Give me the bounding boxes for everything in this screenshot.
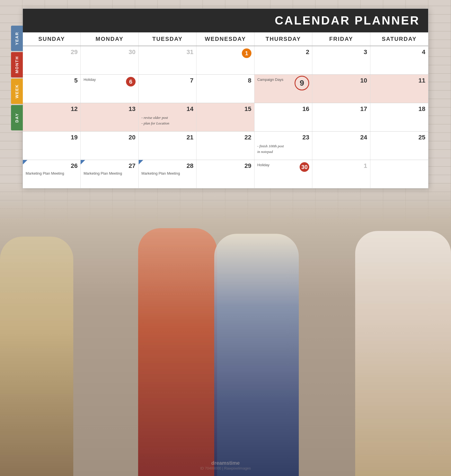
day-number: 16 (257, 105, 309, 113)
cell-30b: Holiday 30 (255, 160, 312, 188)
cell-29: 29 (23, 46, 81, 74)
cell-23: 23 - finish 100th postin notepad (255, 132, 312, 160)
cell-1: 1 (196, 46, 254, 74)
day-number: 28 (142, 162, 193, 170)
header-tuesday: TUESDAY (139, 32, 196, 46)
day-number: 11 (373, 77, 425, 84)
day-number: 21 (142, 134, 193, 141)
day-badge-orange: 1 (242, 48, 251, 58)
cell-6: Holiday 6 (81, 75, 138, 103)
header-friday: FRIDAY (312, 32, 370, 46)
cell-17: 17 (312, 103, 370, 131)
day-number: 14 (142, 105, 193, 113)
watermark-id: ID 70488000 | Rawpixelimages (200, 466, 251, 470)
cell-20: 20 (81, 132, 138, 160)
event-campaign: Campaign Days (257, 77, 284, 82)
cell-31: 31 (139, 46, 196, 74)
cell-15: 15 (196, 103, 254, 131)
cell-3: 3 (312, 46, 370, 74)
triangle-marker-26 (23, 160, 27, 164)
calendar-week-1: 29 30 31 1 2 3 4 (23, 46, 428, 75)
cell-27: 27 Marketing Plan Meeting (81, 160, 138, 188)
calendar-header: CALENDAR PLANNER (23, 9, 428, 32)
watermark: dreamstime ID 70488000 | Rawpixelimages (200, 460, 251, 470)
tab-week-label: Week (15, 84, 19, 98)
tab-week[interactable]: Week (11, 79, 23, 104)
cell-21: 21 (139, 132, 196, 160)
day-badge-red-30: 30 (300, 162, 309, 172)
person-3 (138, 228, 217, 476)
cell-10: 10 (312, 75, 370, 103)
cell-11: 11 (370, 75, 428, 103)
tab-day[interactable]: Day (11, 105, 23, 130)
day-number: 3 (315, 48, 367, 56)
header-monday: MONDAY (81, 32, 138, 46)
day-number: 1 (315, 162, 367, 170)
day-number: 18 (373, 105, 425, 113)
cell-8: 8 (196, 75, 254, 103)
day-number: 12 (26, 105, 78, 113)
cell-7: 7 (139, 75, 196, 103)
tab-year-label: Year (15, 32, 19, 45)
event-marketing-28: Marketing Plan Meeting (142, 171, 193, 175)
cell-29b: 29 (196, 160, 254, 188)
calendar-week-3: 12 13 14 - revise older post- plan for L… (23, 103, 428, 132)
day-number: 31 (142, 48, 193, 56)
day-number: 27 (83, 162, 135, 170)
tab-month-label: Month (15, 56, 19, 73)
cell-16: 16 (255, 103, 312, 131)
tab-year[interactable]: Year (11, 26, 23, 51)
cell-2: 2 (255, 46, 312, 74)
tab-month[interactable]: Month (11, 52, 23, 77)
cell-1b: 1 (312, 160, 370, 188)
cell-30: 30 (81, 46, 138, 74)
note-revise-older-post: - revise older post- plan for Location (142, 115, 193, 126)
cell-18: 18 (370, 103, 428, 131)
calendar-week-5: 26 Marketing Plan Meeting 27 Marketing P… (23, 160, 428, 188)
cell-5: 5 (23, 75, 81, 103)
cell-22: 22 (196, 132, 254, 160)
day-number: 24 (315, 134, 367, 141)
cell-19: 19 (23, 132, 81, 160)
cell-13: 13 (81, 103, 138, 131)
note-finish-post: - finish 100th postin notepad (257, 143, 309, 154)
day-number: 29 (199, 162, 251, 170)
calendar-title: CALENDAR PLANNER (31, 14, 420, 27)
day-number: 23 (257, 134, 309, 141)
day-number: 22 (199, 134, 251, 141)
header-sunday: SUNDAY (23, 32, 81, 46)
event-holiday-30: Holiday (257, 163, 269, 167)
person-5 (355, 231, 451, 476)
calendar-week-4: 19 20 21 22 23 - finish 100th postin not… (23, 132, 428, 160)
triangle-marker-27 (81, 160, 85, 164)
event-holiday: Holiday (83, 77, 96, 82)
tab-day-label: Day (15, 113, 19, 123)
sidebar-tabs: Year Month Week Day (11, 26, 23, 130)
day-number: 5 (26, 77, 78, 84)
day-number: 25 (373, 134, 425, 141)
person-4 (214, 234, 299, 476)
triangle-marker-28 (139, 160, 143, 164)
day-badge-red: 6 (126, 77, 136, 86)
person-2 (54, 223, 138, 476)
cell-4: 4 (370, 46, 428, 74)
header-saturday: SATURDAY (370, 32, 428, 46)
calendar: Year Month Week Day CALENDAR PLANNER SUN… (23, 8, 428, 188)
day-headers-row: SUNDAY MONDAY TUESDAY WEDNESDAY THURSDAY… (23, 32, 428, 46)
day-number: 26 (26, 162, 78, 170)
day-number: 19 (26, 134, 78, 141)
day-number: 10 (315, 77, 367, 84)
cell-25: 25 (370, 132, 428, 160)
day-number: 4 (373, 48, 425, 56)
header-wednesday: WEDNESDAY (196, 32, 254, 46)
cell-26: 26 Marketing Plan Meeting (23, 160, 81, 188)
day-number: 7 (142, 77, 193, 84)
day-number: 13 (83, 105, 135, 113)
day-number: 15 (199, 105, 251, 113)
day-number-circle: 9 (295, 76, 309, 90)
watermark-text: dreamstime (200, 460, 251, 466)
calendar-grid: 29 30 31 1 2 3 4 5 (23, 46, 428, 188)
day-number: 8 (199, 77, 251, 84)
header-thursday: THURSDAY (255, 32, 312, 46)
cell-24: 24 (312, 132, 370, 160)
